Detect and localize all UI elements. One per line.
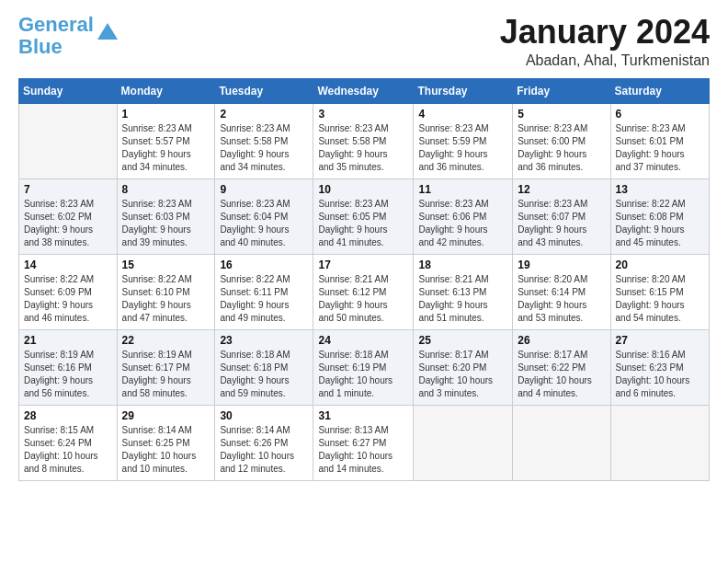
- day-number: 21: [24, 334, 112, 347]
- header-monday: Monday: [117, 78, 215, 103]
- day-info: Sunrise: 8:16 AM Sunset: 6:23 PM Dayligh…: [616, 349, 704, 400]
- logo: General Blue: [18, 14, 118, 58]
- calendar-cell: [610, 405, 709, 480]
- day-number: 13: [616, 183, 704, 196]
- day-number: 14: [24, 259, 112, 271]
- day-number: 31: [318, 409, 408, 422]
- location: Abadan, Ahal, Turkmenistan: [500, 52, 710, 69]
- calendar-cell: 22Sunrise: 8:19 AM Sunset: 6:17 PM Dayli…: [117, 329, 215, 405]
- week-row-5: 28Sunrise: 8:15 AM Sunset: 6:24 PM Dayli…: [19, 405, 710, 480]
- header-sunday: Sunday: [19, 78, 118, 103]
- calendar-cell: [19, 103, 118, 178]
- day-info: Sunrise: 8:23 AM Sunset: 6:00 PM Dayligh…: [518, 122, 605, 174]
- header-saturday: Saturday: [610, 78, 709, 103]
- svg-marker-0: [97, 23, 118, 40]
- day-number: 29: [122, 409, 210, 422]
- day-info: Sunrise: 8:23 AM Sunset: 5:57 PM Dayligh…: [122, 122, 210, 174]
- calendar-cell: 9Sunrise: 8:23 AM Sunset: 6:04 PM Daylig…: [215, 178, 313, 254]
- day-number: 24: [318, 334, 408, 347]
- calendar-cell: 13Sunrise: 8:22 AM Sunset: 6:08 PM Dayli…: [610, 178, 709, 254]
- day-info: Sunrise: 8:23 AM Sunset: 5:58 PM Dayligh…: [318, 122, 408, 174]
- day-number: 5: [518, 108, 605, 121]
- calendar-cell: 19Sunrise: 8:20 AM Sunset: 6:14 PM Dayli…: [513, 254, 610, 329]
- day-info: Sunrise: 8:20 AM Sunset: 6:14 PM Dayligh…: [518, 273, 605, 325]
- day-number: 7: [24, 183, 112, 196]
- day-info: Sunrise: 8:14 AM Sunset: 6:26 PM Dayligh…: [220, 424, 308, 476]
- calendar-cell: 29Sunrise: 8:14 AM Sunset: 6:25 PM Dayli…: [117, 405, 215, 480]
- day-info: Sunrise: 8:18 AM Sunset: 6:18 PM Dayligh…: [220, 349, 308, 400]
- day-info: Sunrise: 8:22 AM Sunset: 6:11 PM Dayligh…: [220, 273, 308, 325]
- calendar-cell: 26Sunrise: 8:17 AM Sunset: 6:22 PM Dayli…: [513, 329, 610, 405]
- day-number: 20: [616, 259, 704, 271]
- calendar-cell: 8Sunrise: 8:23 AM Sunset: 6:03 PM Daylig…: [117, 178, 215, 254]
- day-number: 26: [518, 334, 605, 347]
- day-number: 4: [418, 108, 507, 121]
- calendar-cell: 20Sunrise: 8:20 AM Sunset: 6:15 PM Dayli…: [610, 254, 709, 329]
- day-number: 15: [122, 259, 210, 271]
- day-number: 6: [616, 108, 704, 121]
- month-title: January 2024: [500, 14, 710, 51]
- calendar-cell: 14Sunrise: 8:22 AM Sunset: 6:09 PM Dayli…: [19, 254, 118, 329]
- day-info: Sunrise: 8:23 AM Sunset: 6:04 PM Dayligh…: [220, 198, 308, 249]
- calendar-cell: 21Sunrise: 8:19 AM Sunset: 6:16 PM Dayli…: [19, 329, 118, 405]
- day-info: Sunrise: 8:15 AM Sunset: 6:24 PM Dayligh…: [24, 424, 112, 476]
- day-info: Sunrise: 8:22 AM Sunset: 6:08 PM Dayligh…: [616, 198, 704, 249]
- day-number: 9: [220, 183, 308, 196]
- header-tuesday: Tuesday: [215, 78, 313, 103]
- day-info: Sunrise: 8:21 AM Sunset: 6:12 PM Dayligh…: [318, 273, 408, 325]
- day-number: 28: [24, 409, 112, 422]
- calendar-header-row: Sunday Monday Tuesday Wednesday Thursday…: [19, 78, 710, 103]
- day-number: 19: [518, 259, 605, 271]
- day-info: Sunrise: 8:23 AM Sunset: 5:59 PM Dayligh…: [418, 122, 507, 174]
- day-info: Sunrise: 8:13 AM Sunset: 6:27 PM Dayligh…: [318, 424, 408, 476]
- calendar-cell: 6Sunrise: 8:23 AM Sunset: 6:01 PM Daylig…: [610, 103, 709, 178]
- week-row-2: 7Sunrise: 8:23 AM Sunset: 6:02 PM Daylig…: [19, 178, 710, 254]
- day-number: 25: [418, 334, 507, 347]
- day-info: Sunrise: 8:17 AM Sunset: 6:20 PM Dayligh…: [418, 349, 507, 400]
- calendar-cell: [513, 405, 610, 480]
- calendar-cell: 3Sunrise: 8:23 AM Sunset: 5:58 PM Daylig…: [313, 103, 414, 178]
- day-number: 8: [122, 183, 210, 196]
- calendar-cell: 15Sunrise: 8:22 AM Sunset: 6:10 PM Dayli…: [117, 254, 215, 329]
- calendar-cell: 4Sunrise: 8:23 AM Sunset: 5:59 PM Daylig…: [414, 103, 513, 178]
- week-row-1: 1Sunrise: 8:23 AM Sunset: 5:57 PM Daylig…: [19, 103, 710, 178]
- header-friday: Friday: [513, 78, 610, 103]
- day-number: 30: [220, 409, 308, 422]
- calendar-cell: 31Sunrise: 8:13 AM Sunset: 6:27 PM Dayli…: [313, 405, 414, 480]
- day-number: 27: [616, 334, 704, 347]
- day-info: Sunrise: 8:20 AM Sunset: 6:15 PM Dayligh…: [616, 273, 704, 325]
- day-number: 17: [318, 259, 408, 271]
- day-info: Sunrise: 8:23 AM Sunset: 6:07 PM Dayligh…: [518, 198, 605, 249]
- day-number: 1: [122, 108, 210, 121]
- header-thursday: Thursday: [414, 78, 513, 103]
- calendar-cell: 28Sunrise: 8:15 AM Sunset: 6:24 PM Dayli…: [19, 405, 118, 480]
- day-info: Sunrise: 8:14 AM Sunset: 6:25 PM Dayligh…: [122, 424, 210, 476]
- calendar-cell: 12Sunrise: 8:23 AM Sunset: 6:07 PM Dayli…: [513, 178, 610, 254]
- calendar-cell: 1Sunrise: 8:23 AM Sunset: 5:57 PM Daylig…: [117, 103, 215, 178]
- logo-icon: [97, 23, 118, 40]
- calendar-cell: [414, 405, 513, 480]
- day-info: Sunrise: 8:17 AM Sunset: 6:22 PM Dayligh…: [518, 349, 605, 400]
- day-info: Sunrise: 8:23 AM Sunset: 6:02 PM Dayligh…: [24, 198, 112, 249]
- logo-text: General Blue: [18, 14, 94, 58]
- day-info: Sunrise: 8:22 AM Sunset: 6:10 PM Dayligh…: [122, 273, 210, 325]
- calendar-cell: 17Sunrise: 8:21 AM Sunset: 6:12 PM Dayli…: [313, 254, 414, 329]
- week-row-4: 21Sunrise: 8:19 AM Sunset: 6:16 PM Dayli…: [19, 329, 710, 405]
- day-number: 22: [122, 334, 210, 347]
- day-info: Sunrise: 8:22 AM Sunset: 6:09 PM Dayligh…: [24, 273, 112, 325]
- calendar-cell: 30Sunrise: 8:14 AM Sunset: 6:26 PM Dayli…: [215, 405, 313, 480]
- day-info: Sunrise: 8:23 AM Sunset: 6:05 PM Dayligh…: [318, 198, 408, 249]
- calendar-cell: 5Sunrise: 8:23 AM Sunset: 6:00 PM Daylig…: [513, 103, 610, 178]
- header: General Blue January 2024 Abadan, Ahal, …: [18, 14, 710, 69]
- calendar-cell: 11Sunrise: 8:23 AM Sunset: 6:06 PM Dayli…: [414, 178, 513, 254]
- day-number: 23: [220, 334, 308, 347]
- day-info: Sunrise: 8:19 AM Sunset: 6:16 PM Dayligh…: [24, 349, 112, 400]
- day-info: Sunrise: 8:19 AM Sunset: 6:17 PM Dayligh…: [122, 349, 210, 400]
- calendar-cell: 7Sunrise: 8:23 AM Sunset: 6:02 PM Daylig…: [19, 178, 118, 254]
- day-number: 12: [518, 183, 605, 196]
- day-info: Sunrise: 8:23 AM Sunset: 6:03 PM Dayligh…: [122, 198, 210, 249]
- calendar-cell: 10Sunrise: 8:23 AM Sunset: 6:05 PM Dayli…: [313, 178, 414, 254]
- calendar-cell: 27Sunrise: 8:16 AM Sunset: 6:23 PM Dayli…: [610, 329, 709, 405]
- calendar-cell: 16Sunrise: 8:22 AM Sunset: 6:11 PM Dayli…: [215, 254, 313, 329]
- day-info: Sunrise: 8:23 AM Sunset: 6:06 PM Dayligh…: [418, 198, 507, 249]
